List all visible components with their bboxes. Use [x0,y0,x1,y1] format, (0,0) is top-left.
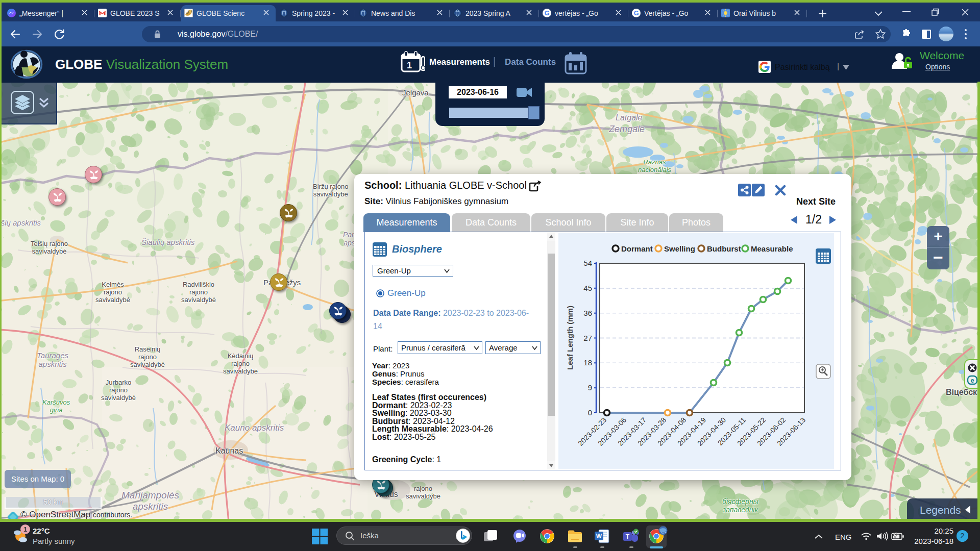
svg-text:Measurable: Measurable [751,244,793,253]
svg-text:1: 1 [407,60,412,70]
svg-text:27: 27 [583,334,592,342]
svg-text:18: 18 [583,358,592,367]
svg-text:45: 45 [583,284,592,292]
svg-text:36: 36 [583,309,592,317]
svg-text:e: e [970,377,974,384]
svg-text:T: T [626,533,630,540]
svg-text:Leaf Length (mm): Leaf Length (mm) [566,306,574,370]
svg-text:0: 0 [588,408,592,417]
svg-text:9: 9 [588,383,592,392]
svg-text:Dormant: Dormant [621,244,653,253]
svg-text:G: G [545,10,550,17]
svg-text:W: W [596,533,602,540]
svg-text:Budburst: Budburst [707,244,741,253]
svg-text:54: 54 [583,259,592,267]
svg-text:G: G [634,10,639,17]
svg-text:Swelling: Swelling [664,244,695,253]
